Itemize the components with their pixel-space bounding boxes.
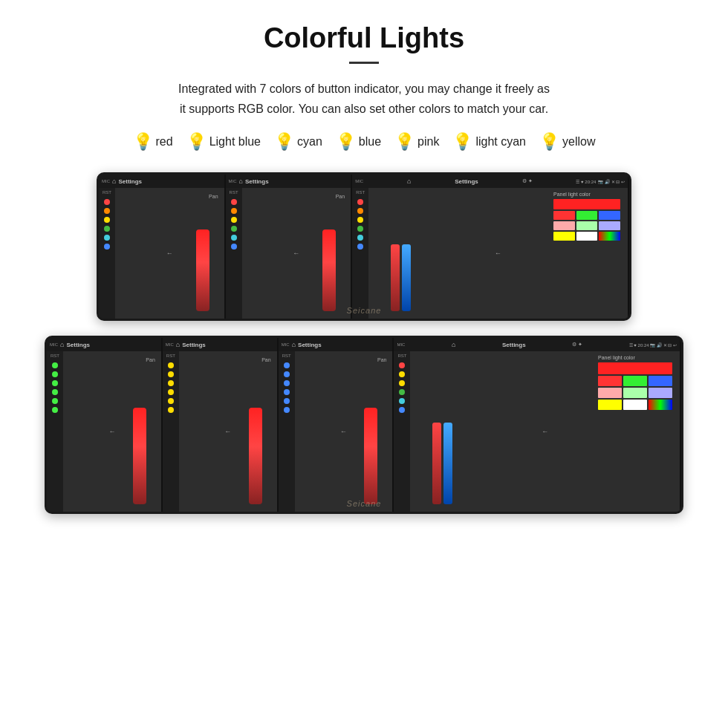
panel-3-topbar: MIC ⌂ Settings ⚙ ✦ ☰ ♥ 20:24 📷 🔊 ✕ ⊟ ↩ xyxy=(352,175,628,188)
color-item-pink: 💡 pink xyxy=(394,134,439,150)
color-label-red: red xyxy=(156,135,173,149)
mic-label-1: MIC xyxy=(102,179,110,183)
color-label-lightcyan: light cyan xyxy=(475,135,526,149)
page-container: Colorful Lights Integrated with 7 colors… xyxy=(0,0,728,551)
watermark-bottom: Seicane xyxy=(347,499,382,508)
panel-2-sidebar: RST xyxy=(226,188,242,319)
color-label-lightblue: Light blue xyxy=(209,135,261,149)
bulb-blue-icon: 💡 xyxy=(336,134,356,150)
color-label-blue: blue xyxy=(359,135,381,149)
bulb-pink-icon: 💡 xyxy=(394,134,415,150)
bottom-panel-1-topbar: MIC ⌂ Settings xyxy=(47,338,161,351)
bulb-yellow-icon: 💡 xyxy=(539,134,559,150)
settings-label-2: Settings xyxy=(245,178,269,185)
back-arrow-3: ← xyxy=(495,250,501,257)
bulb-cyan-icon: 💡 xyxy=(274,134,294,150)
color-item-cyan: 💡 cyan xyxy=(274,134,322,150)
mic-label-2: MIC xyxy=(229,179,237,183)
top-screenshots-row: MIC ⌂ Settings RST ← xyxy=(45,172,683,321)
bottom-panel-1-sidebar: RST xyxy=(47,351,63,512)
panel-2-topbar: MIC ⌂ Settings xyxy=(226,175,351,188)
status-icons: ☰ ♥ 20:24 📷 🔊 ✕ ⊟ ↩ xyxy=(576,179,625,184)
color-item-blue: 💡 blue xyxy=(336,134,381,150)
settings-label-3: Settings xyxy=(455,178,478,185)
color-label-pink: pink xyxy=(417,135,439,149)
bottom-panel-2: MIC ⌂ Settings RST ← xyxy=(163,338,279,512)
section-description: Integrated with 7 colors of button indic… xyxy=(45,79,683,119)
color-item-red: 💡 red xyxy=(133,134,173,150)
bulb-lightblue-icon: 💡 xyxy=(186,134,207,150)
bottom-panel-4: MIC ⌂ Settings ⚙ ✦ ☰ ♥ 20:24 📷 🔊 ✕ ⊟ ↩ R… xyxy=(394,338,681,512)
bottom-panel-3-sidebar: RST xyxy=(279,351,295,512)
bulb-lightcyan-icon: 💡 xyxy=(452,134,472,150)
panel-1-topbar: MIC ⌂ Settings xyxy=(99,175,224,188)
panel-3-body: RST ← xyxy=(352,188,628,319)
watermark-top: Seicane xyxy=(347,306,382,315)
title-divider xyxy=(349,62,379,64)
bottom-panel-2-sidebar: RST xyxy=(163,351,179,512)
panel-3-content: ← Panel light color xyxy=(368,188,628,319)
panel-1: MIC ⌂ Settings RST ← xyxy=(99,175,226,319)
back-arrow-1: ← xyxy=(166,250,173,257)
device-bottom: MIC ⌂ Settings RST ← xyxy=(45,336,683,514)
color-legend: 💡 red 💡 Light blue 💡 cyan 💡 blue 💡 pink … xyxy=(45,134,683,150)
bottom-panel-4-sidebar: RST xyxy=(394,351,410,512)
panel-1-sidebar: RST xyxy=(99,188,115,319)
color-item-yellow: 💡 yellow xyxy=(539,134,595,150)
color-label-yellow: yellow xyxy=(562,135,595,149)
color-item-lightblue: 💡 Light blue xyxy=(186,134,261,150)
bottom-panel-3: MIC ⌂ Settings RST ← xyxy=(279,338,394,512)
mic-label-3: MIC xyxy=(355,179,363,183)
page-title: Colorful Lights xyxy=(45,22,683,54)
panel-2-content: ← Pan xyxy=(242,188,351,319)
bottom-screenshots-row: MIC ⌂ Settings RST ← xyxy=(45,336,683,514)
panel-2: MIC ⌂ Settings RST ← xyxy=(226,175,353,319)
bulb-red-icon: 💡 xyxy=(133,134,153,150)
device-top: MIC ⌂ Settings RST ← xyxy=(97,172,631,321)
panel-3: MIC ⌂ Settings ⚙ ✦ ☰ ♥ 20:24 📷 🔊 ✕ ⊟ ↩ R… xyxy=(352,175,629,319)
panel-3-sidebar: RST xyxy=(352,188,368,319)
panel-1-body: RST ← Pan xyxy=(99,188,224,319)
color-item-lightcyan: 💡 light cyan xyxy=(452,134,526,150)
settings-label-1: Settings xyxy=(118,178,142,185)
panel-2-body: RST ← Pan xyxy=(226,188,351,319)
panel-1-content: ← Pan xyxy=(115,188,224,319)
bottom-panel-1: MIC ⌂ Settings RST ← xyxy=(47,338,163,512)
back-arrow-2: ← xyxy=(293,250,299,257)
color-label-cyan: cyan xyxy=(297,135,322,149)
